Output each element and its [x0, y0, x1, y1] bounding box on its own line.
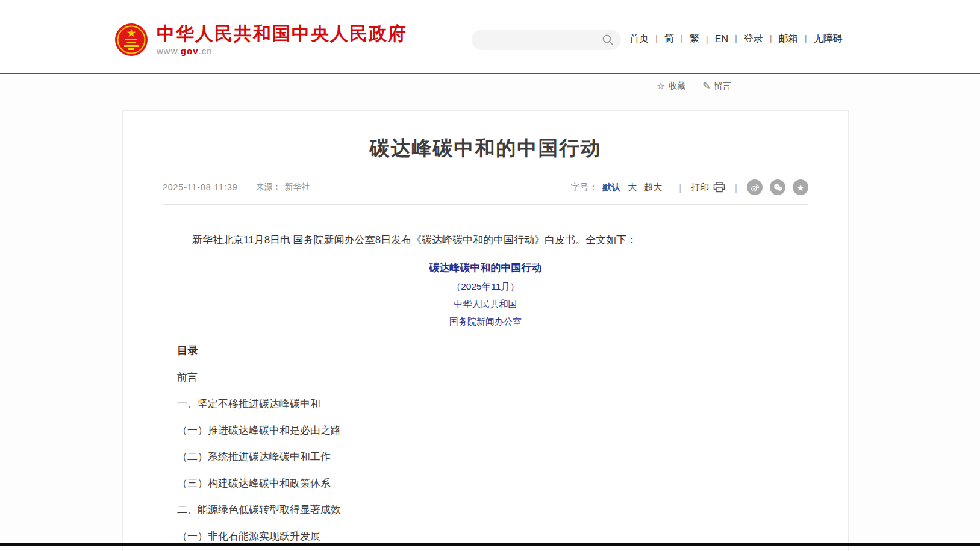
article-meta-row: 2025-11-08 11:39 来源： 新华社 字号： 默认 大 超大 | 打…	[163, 179, 808, 195]
meta-divider	[163, 204, 808, 205]
search-icon[interactable]	[602, 34, 614, 46]
national-emblem-icon	[114, 23, 148, 57]
site-title: 中华人民共和国中央人民政府	[157, 23, 407, 44]
site-text: 中华人民共和国中央人民政府 www.gov.cn	[157, 23, 407, 56]
favorite-label: 收藏	[669, 81, 685, 92]
lead-paragraph: 新华社北京11月8日电 国务院新闻办公室8日发布《碳达峰碳中和的中国行动》白皮书…	[177, 233, 794, 247]
site-header: 中华人民共和国中央人民政府 www.gov.cn 首页简繁EN登录邮箱无障碍	[0, 0, 980, 73]
site-url: www.gov.cn	[157, 46, 407, 56]
nav-link[interactable]: 无障碍	[798, 33, 843, 45]
article-title: 碳达峰碳中和的中国行动	[135, 135, 836, 161]
nav-link[interactable]: 登录	[728, 33, 763, 45]
meta-right: 字号： 默认 大 超大 | 打印 |	[570, 179, 808, 195]
site-url-prefix: www.	[157, 46, 181, 56]
toc-item: 二、能源绿色低碳转型取得显著成效	[177, 503, 794, 517]
doc-subtitle: （2025年11月）	[177, 281, 794, 293]
pencil-icon: ✎	[702, 81, 710, 91]
printer-icon	[713, 182, 725, 193]
source-label: 来源：	[255, 182, 281, 193]
share-favorite-star-icon[interactable]: ★	[793, 179, 808, 195]
toc-item: （二）系统推进碳达峰碳中和工作	[177, 450, 794, 464]
nav-link[interactable]: 简	[649, 33, 674, 45]
nav-link[interactable]: EN	[699, 34, 728, 45]
nav-link[interactable]: 首页	[629, 33, 649, 45]
star-outline-icon: ☆	[657, 81, 665, 91]
page: 中华人民共和国中央人民政府 www.gov.cn 首页简繁EN登录邮箱无障碍 ☆…	[0, 0, 980, 551]
nav-link[interactable]: 邮箱	[763, 33, 798, 45]
toc-list: 前言一、坚定不移推进碳达峰碳中和（一）推进碳达峰碳中和是必由之路（二）系统推进碳…	[177, 371, 794, 543]
page-actions: ☆ 收藏 ✎ 留言	[657, 81, 731, 92]
favorite-button[interactable]: ☆ 收藏	[657, 81, 685, 92]
share-wechat-icon[interactable]	[770, 179, 785, 195]
source-value[interactable]: 新华社	[284, 182, 310, 193]
site-url-gov: gov	[181, 46, 199, 56]
separator: |	[735, 182, 737, 193]
bottom-black-bar	[0, 543, 980, 546]
print-button[interactable]: 打印	[691, 182, 725, 193]
share-icons: ★	[747, 179, 808, 195]
comment-label: 留言	[714, 81, 731, 92]
font-size-option-default[interactable]: 默认	[602, 182, 620, 193]
font-size-label: 字号：	[570, 182, 598, 193]
main-area: ☆ 收藏 ✎ 留言 碳达峰碳中和的中国行动 2025-11-08 11:39 来…	[0, 74, 980, 551]
font-size-option-xlarge[interactable]: 超大	[644, 182, 662, 193]
toc-item: （三）构建碳达峰碳中和政策体系	[177, 477, 794, 490]
nav-link[interactable]: 繁	[674, 33, 699, 45]
doc-title: 碳达峰碳中和的中国行动	[177, 262, 794, 274]
share-weibo-icon[interactable]	[747, 179, 763, 195]
toc-item: 一、坚定不移推进碳达峰碳中和	[177, 397, 794, 411]
meta-left: 2025-11-08 11:39 来源： 新华社	[163, 182, 310, 193]
search-box	[472, 30, 621, 50]
toc-item: （一）非化石能源实现跃升发展	[177, 530, 794, 543]
search-input[interactable]	[481, 34, 602, 46]
site-logo[interactable]: 中华人民共和国中央人民政府 www.gov.cn	[114, 23, 407, 57]
font-size-option-large[interactable]: 大	[628, 182, 637, 193]
toc-heading: 目录	[177, 343, 794, 358]
print-label: 打印	[691, 182, 709, 193]
publish-date: 2025-11-08 11:39	[163, 182, 237, 192]
toc-item: （一）推进碳达峰碳中和是必由之路	[177, 424, 794, 437]
doc-org-line1: 中华人民共和国	[177, 299, 794, 310]
header-nav: 首页简繁EN登录邮箱无障碍	[629, 33, 843, 45]
separator: |	[679, 182, 681, 193]
article-body: 新华社北京11月8日电 国务院新闻办公室8日发布《碳达峰碳中和的中国行动》白皮书…	[123, 233, 848, 543]
doc-org-line2: 国务院新闻办公室	[177, 316, 794, 328]
comment-button[interactable]: ✎ 留言	[702, 81, 731, 92]
site-url-suffix: .cn	[199, 46, 213, 56]
article-container: 碳达峰碳中和的中国行动 2025-11-08 11:39 来源： 新华社 字号：…	[122, 110, 849, 551]
toc-item: 前言	[177, 371, 794, 384]
